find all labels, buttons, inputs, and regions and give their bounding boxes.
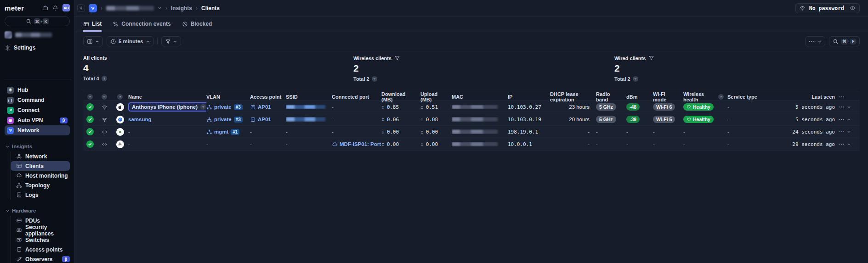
connected-port-link[interactable]: MDF-ISP01: Port 1 (332, 141, 381, 147)
search-input[interactable]: ⌘+K (5, 16, 70, 26)
stat-wired-clients: Wired clients 2 Total 2? (614, 55, 654, 82)
sidebar-item-insights-host-monitoring[interactable]: Host monitoring (11, 171, 70, 180)
sidebar-item-command[interactable]: ( ) Command (5, 95, 70, 105)
clients-table: ???NameVLANAccess pointSSIDConnected por… (83, 91, 860, 151)
sidebar-item-settings[interactable]: Settings (5, 45, 70, 51)
table-row[interactable]: samsung private#3 AP01 - ↧0.06 ↥0.08 10.… (83, 113, 860, 126)
chevron-down-icon (6, 145, 10, 149)
cell-ip: 198.19.0.1 (508, 129, 550, 135)
cell-dbm: -39 (626, 116, 653, 123)
cell-last-seen: 24 seconds ago (772, 129, 839, 135)
cell-download: ↧0.00 (381, 129, 420, 135)
search-icon (833, 39, 839, 45)
client-name-link[interactable]: samsung (128, 117, 152, 122)
column-header-service-type[interactable]: Service type (727, 94, 772, 100)
tab-blocked[interactable]: Blocked (182, 17, 212, 32)
sidebar-item-auto-vpn[interactable]: ◉ Auto VPN β (5, 115, 70, 125)
column-header-ip[interactable]: IP (508, 94, 550, 100)
columns-button[interactable] (83, 36, 103, 46)
funnel-icon (648, 55, 654, 61)
time-range-button[interactable]: 5 minutes (107, 36, 153, 46)
pdu-icon (16, 218, 22, 224)
vlan-tag: #3 (234, 104, 243, 110)
row-actions-button[interactable]: ··· (839, 141, 860, 147)
cell-access-point: AP01 (250, 117, 286, 123)
sidebar: meter AB ⌘+K Settings ✳ Hub ( ) Command (0, 0, 75, 263)
network-app-icon[interactable] (89, 4, 97, 12)
column-header-name[interactable]: Name (128, 94, 206, 100)
chevron-down-icon (847, 130, 851, 134)
upload-icon: ↥ (420, 129, 424, 135)
row-actions-button[interactable]: ··· (839, 129, 860, 134)
briefcase-icon[interactable] (42, 5, 48, 11)
row-actions-button[interactable]: ··· (839, 104, 860, 110)
section-header-hardware[interactable]: Hardware (5, 208, 70, 213)
table-row[interactable]: Anthonys iPhone (iphone)? private#3 AP01… (83, 101, 860, 113)
column-header-wi-fi-mode[interactable]: Wi-Fi mode (653, 91, 683, 102)
keycap: K (43, 18, 49, 24)
sidebar-item-insights-clients[interactable]: Clients (11, 161, 70, 171)
access-point-icon (250, 104, 256, 110)
breadcrumb-clients[interactable]: Clients (201, 5, 220, 11)
table-row[interactable]: - - - - MDF-ISP01: Port 1 ↧0.00 ↥0.00 10… (83, 138, 860, 151)
sidebar-item-connect[interactable]: Connect (5, 105, 70, 115)
column-header-download-mb[interactable]: Download (MB) (381, 91, 420, 102)
bell-icon[interactable] (52, 5, 58, 11)
eye-icon[interactable] (850, 5, 856, 11)
cell-vlan: - (206, 141, 250, 147)
column-header-wireless-health[interactable]: Wireless health? (683, 91, 727, 102)
table-row[interactable]: - mgmt#1 - - - ↧0.00 ↥0.00 198.19.0.1 - … (83, 126, 860, 138)
column-header-dbm[interactable]: dBm (626, 94, 653, 100)
sidebar-collapse-button[interactable] (77, 4, 85, 12)
sidebar-item-hardware-access-points[interactable]: Access points (11, 245, 70, 254)
tab-list[interactable]: List (83, 17, 102, 32)
wifi-mode-badge: Wi-Fi 6 (653, 103, 675, 111)
tab-connection-events[interactable]: Connection events (113, 17, 170, 32)
filter-button[interactable] (161, 36, 181, 46)
breadcrumb-insights[interactable]: Insights (171, 5, 192, 11)
cell-wifi-mode: - (653, 141, 683, 147)
sidebar-item-insights-logs[interactable]: Logs (11, 190, 70, 200)
vlan-link[interactable]: mgmt (206, 129, 228, 135)
avatar[interactable]: AB (62, 4, 70, 11)
more-options-button[interactable]: ··· (805, 36, 826, 46)
help-icon: ? (117, 94, 123, 100)
ssid-redacted (286, 117, 325, 122)
wifi-icon (102, 117, 108, 123)
column-header-radio-band[interactable]: Radio band (596, 91, 626, 102)
network-name-redacted[interactable] (106, 6, 154, 11)
org-name-redacted (15, 33, 52, 37)
cell-radio-band: - (596, 129, 626, 134)
sidebar-item-hub[interactable]: ✳ Hub (5, 85, 70, 95)
section-header-insights[interactable]: Insights (5, 144, 70, 149)
column-header-vlan[interactable]: VLAN (206, 94, 250, 100)
cell-connected-port: - (332, 129, 381, 134)
client-name-selected[interactable]: Anthonys iPhone (iphone)? (128, 102, 206, 112)
column-header-connected-port[interactable]: Connected port (332, 94, 381, 100)
column-header-dhcp-lease-expiration[interactable]: DHCP lease expiration (550, 91, 596, 102)
access-point-link[interactable]: AP01 (250, 117, 271, 123)
column-header-ssid[interactable]: SSID (286, 94, 332, 100)
org-switcher[interactable] (5, 31, 70, 39)
chevron-down-icon[interactable] (158, 6, 162, 10)
column-header-mac[interactable]: MAC (452, 94, 508, 100)
column-header-upload-mb[interactable]: Upload (MB) (420, 91, 452, 102)
sidebar-item-network[interactable]: Network (5, 125, 70, 135)
mac-redacted (452, 105, 498, 109)
heart-icon (686, 117, 691, 122)
column-header-actions[interactable]: ··· (839, 94, 860, 100)
row-actions-button[interactable]: ··· (839, 117, 860, 122)
table-search-button[interactable]: ⌘+F (829, 36, 860, 46)
wifi-mode-badge: Wi-Fi 5 (653, 116, 675, 123)
access-point-link[interactable]: AP01 (250, 104, 271, 110)
cell-download: ↧0.00 (381, 141, 420, 147)
column-header-access-point[interactable]: Access point (250, 94, 286, 100)
wifi-password-pill[interactable]: No password (795, 3, 860, 13)
column-header-last-seen[interactable]: Last seen (772, 94, 839, 100)
sidebar-item-insights-network[interactable]: Network (11, 151, 70, 161)
vlan-link[interactable]: private (206, 117, 232, 123)
sidebar-item-hardware-security-appliances[interactable]: Security appliances (11, 225, 70, 235)
sidebar-item-insights-topology[interactable]: Topology (11, 180, 70, 190)
vlan-link[interactable]: private (206, 104, 232, 110)
sidebar-item-hardware-observers[interactable]: Observers β (11, 254, 70, 263)
